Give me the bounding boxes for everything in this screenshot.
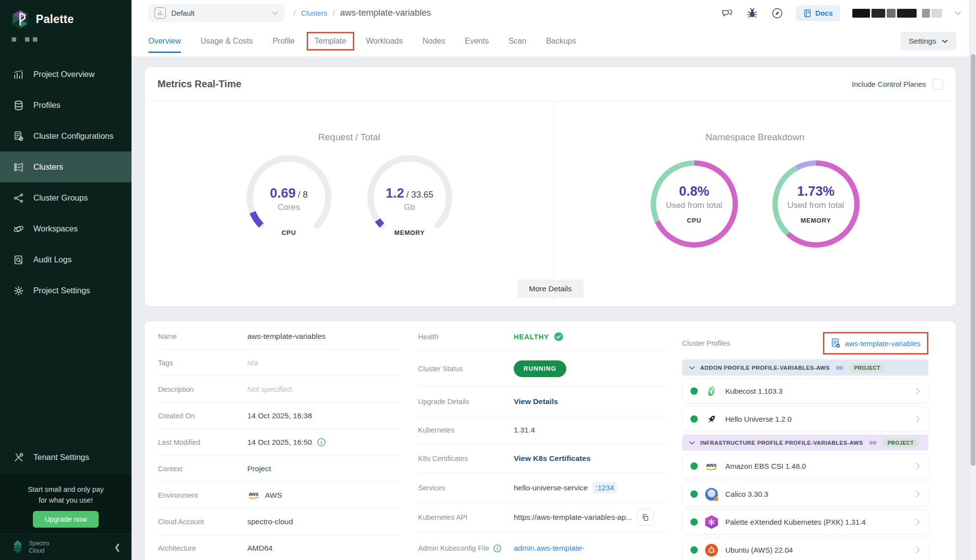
profile-layer-kubecost[interactable]: Kubecost 1.103.3 <box>682 379 928 404</box>
promo-line1: Start small and only pay <box>0 484 132 495</box>
sidebar-item-profiles[interactable]: Profiles <box>0 90 132 121</box>
tab-usage-costs[interactable]: Usage & Costs <box>201 26 253 56</box>
docs-button[interactable]: Docs <box>796 5 840 21</box>
breadcrumb-separator: / <box>293 9 295 18</box>
tab-nodes[interactable]: Nodes <box>422 26 445 56</box>
profile-layer-ubuntu[interactable]: Ubuntu (AWS) 22.04 <box>682 537 928 560</box>
request-total-section: Request / Total 0.69 / 8 Cores CPU <box>145 102 554 306</box>
user-menu[interactable] <box>852 9 942 18</box>
project-selector[interactable]: Default <box>148 4 285 22</box>
view-details-link[interactable]: View Details <box>514 397 558 406</box>
more-details-button[interactable]: More Details <box>517 280 583 298</box>
sidebar-item-workspaces[interactable]: Workspaces <box>0 213 132 244</box>
view-k8s-certificates-link[interactable]: View K8s Certificates <box>514 454 591 463</box>
tab-workloads[interactable]: Workloads <box>366 26 403 56</box>
memory-total-value: / 33.65 <box>406 190 433 200</box>
pxk-hexagon-icon <box>705 515 718 529</box>
metrics-body: Request / Total 0.69 / 8 Cores CPU <box>145 102 956 306</box>
page-scrollbar[interactable] <box>969 0 976 560</box>
addon-profile-section-header[interactable]: ADDON PROFILE PROFILE-VARIABLES-AWS PROJ… <box>682 359 928 376</box>
tab-template[interactable]: Template <box>315 26 346 56</box>
sidebar-item-clusters[interactable]: Clusters <box>0 152 132 182</box>
sidebar-item-cluster-configurations[interactable]: Cluster Configurations <box>0 121 132 152</box>
health-status: HEALTHY <box>514 333 549 341</box>
namespace-breakdown-section: Namespace Breakdown 0.8% Used from total… <box>554 102 956 306</box>
tags-value: n/a <box>247 358 258 367</box>
book-icon <box>803 9 812 18</box>
info-icon[interactable]: i <box>493 544 501 553</box>
namespace-breakdown-heading: Namespace Breakdown <box>554 132 956 143</box>
breadcrumb-separator: / <box>333 9 335 18</box>
metrics-card: Metrics Real-Time Include Control Planes… <box>145 67 956 306</box>
detail-row-kubernetes: Kubernetes 1.31.4 <box>418 416 667 444</box>
status-dot <box>690 415 698 423</box>
upgrade-promo: Start small and only pay for what you us… <box>0 475 132 534</box>
top-actions: Docs <box>721 5 976 21</box>
chevron-right-icon <box>916 415 920 423</box>
sidebar-item-tenant-settings[interactable]: Tenant Settings <box>0 442 132 473</box>
upgrade-now-button[interactable]: Upgrade now <box>33 511 99 528</box>
kubecost-icon <box>705 384 718 398</box>
status-dot <box>690 490 698 498</box>
chevron-right-icon <box>916 518 920 526</box>
calico-icon <box>705 487 718 501</box>
workspaces-icon <box>13 223 25 235</box>
compass-icon[interactable] <box>771 7 784 20</box>
chevron-down-icon <box>942 39 948 43</box>
svg-text:aws: aws <box>706 462 716 468</box>
namespace-cpu-pct: 0.8% <box>679 184 710 199</box>
status-badge: RUNNING <box>514 360 566 377</box>
namespace-cpu-label: CPU <box>687 217 701 224</box>
detail-row-cluster-status: Cluster Status RUNNING <box>418 351 667 387</box>
include-control-planes-checkbox[interactable] <box>932 79 943 90</box>
sidebar-item-project-overview[interactable]: Project Overview <box>0 59 132 90</box>
topbar: Default / Clusters / aws-template-variab… <box>132 0 976 26</box>
scrollbar-thumb[interactable] <box>971 54 976 466</box>
memory-unit: Gb <box>363 203 456 212</box>
cluster-profile-link[interactable]: aws-template-variables <box>845 339 921 348</box>
settings-button[interactable]: Settings <box>900 32 956 51</box>
profile-layer-calico[interactable]: Calico 3.30.3 <box>682 482 928 507</box>
document-check-icon <box>831 338 841 349</box>
sidebar-item-label: Workspaces <box>33 224 78 233</box>
details-middle-column: Health HEALTHY Cluster Status RUNNING Up… <box>418 323 667 560</box>
namespace-cpu-donut: 0.8% Used from total CPU <box>651 160 738 248</box>
check-circle-icon <box>554 332 563 341</box>
profile-layer-amazon-ebs-csi[interactable]: aws Amazon EBS CSI 1.48.0 <box>682 454 928 479</box>
service-port-link[interactable]: :1234 <box>593 482 617 493</box>
detail-row-services: Services hello-universe-service :1234 <box>418 473 667 503</box>
tab-scan[interactable]: Scan <box>508 26 526 56</box>
infrastructure-profile-section-header[interactable]: INFRASTRUCTURE PROFILE PROFILE-VARIABLES… <box>682 434 928 451</box>
tab-overview[interactable]: Overview <box>148 26 181 56</box>
admin-kubeconfig-link[interactable]: admin.aws-template- <box>514 544 584 553</box>
info-icon[interactable]: i <box>317 438 326 447</box>
sidebar-item-project-settings[interactable]: Project Settings <box>0 275 132 306</box>
tab-backups[interactable]: Backups <box>546 26 576 56</box>
cloud-account-value: spectro-cloud <box>247 517 293 526</box>
cluster-details-card: Name aws-template-variables Tags n/a Des… <box>145 321 956 560</box>
profile-layer-pxk[interactable]: Palette eXtended Kubernetes (PXK) 1.31.4 <box>682 509 928 535</box>
breadcrumb-link-clusters[interactable]: Clusters <box>301 9 327 17</box>
bug-report-icon[interactable] <box>746 7 759 20</box>
created-on-value: 14 Oct 2025, 16:38 <box>247 411 312 420</box>
sidebar-item-label: Tenant Settings <box>33 453 89 462</box>
detail-row-kubernetes-api: Kubernetes API https://aws-template-vari… <box>418 503 667 532</box>
tab-profile[interactable]: Profile <box>272 26 294 56</box>
sidebar-item-cluster-groups[interactable]: Cluster Groups <box>0 182 132 213</box>
chevron-right-icon <box>916 546 920 554</box>
metrics-header: Metrics Real-Time Include Control Planes <box>145 67 956 102</box>
sidebar-item-audit-logs[interactable]: Audit Logs <box>0 244 132 275</box>
kubernetes-version-value: 1.31.4 <box>514 426 535 434</box>
sidebar-collapse-chevron-icon[interactable]: ❮ <box>114 542 121 552</box>
user-menu-chevron-icon[interactable] <box>954 11 961 15</box>
tab-events[interactable]: Events <box>465 26 489 56</box>
status-dot <box>690 462 698 470</box>
detail-row-last-modified: Last Modified 14 Oct 2025, 16:50 i <box>158 429 401 456</box>
sidebar-nav: Project Overview Profiles Cluster Config… <box>0 59 132 306</box>
detail-row-upgrade-details: Upgrade Details View Details <box>418 387 667 416</box>
clusters-icon <box>13 161 25 173</box>
profile-layer-hello-universe[interactable]: Hello Universe 1.2.0 <box>682 407 928 432</box>
sidebar-footer: Spectro Cloud ❮ <box>0 534 132 560</box>
chat-icon[interactable] <box>721 7 734 20</box>
copy-button[interactable] <box>637 509 654 526</box>
